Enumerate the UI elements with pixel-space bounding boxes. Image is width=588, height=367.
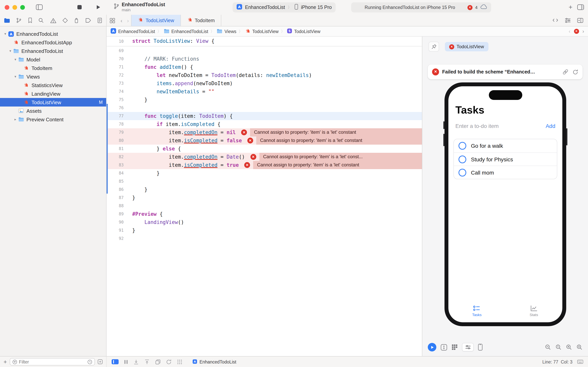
disclosure-triangle-icon[interactable]: ▾ — [12, 58, 18, 61]
issue-indicator-icon[interactable]: × — [574, 29, 579, 34]
diagnostics-button[interactable] — [562, 69, 569, 75]
inline-error-icon[interactable]: × — [247, 138, 253, 143]
code-line-79[interactable]: 79 item.completedOn = nil×Cannot assign … — [107, 128, 422, 136]
stop-button[interactable] — [77, 5, 82, 10]
code-line-77[interactable]: 77 func toggle(item: TodoItem) { — [107, 112, 422, 120]
todo-checkbox-circle-icon[interactable] — [459, 142, 466, 150]
breadcrumb-symbol[interactable]: STodoListView — [287, 28, 320, 34]
sidebar-item-enhancedtodolist[interactable]: ▾AEnhancedTodoList — [0, 30, 106, 38]
add-file-button[interactable]: + — [3, 359, 7, 365]
disclosure-triangle-icon[interactable]: ▸ — [12, 117, 18, 121]
zoom-actual-size-button[interactable] — [555, 344, 562, 350]
preview-screen[interactable]: Tasks Enter a to-do item Add Go for a wa… — [448, 86, 562, 322]
add-editor-button[interactable] — [577, 18, 583, 23]
code-line-75[interactable]: 75 } — [107, 96, 422, 104]
activity-view[interactable]: Running EnhancedTodoList on iPhone 15 Pr… — [351, 2, 491, 12]
code-line-72[interactable]: 72 let newToDoItem = TodoItem(details: n… — [107, 71, 422, 79]
add-todo-button[interactable]: Add — [546, 123, 555, 129]
minimize-window-icon[interactable] — [12, 5, 17, 10]
code-line-89[interactable]: 89#Preview { — [107, 210, 422, 218]
previous-issue-button[interactable]: ‹ — [569, 28, 571, 34]
code-line-83[interactable]: 83 item.isCompleted = true×Cannot assign… — [107, 161, 422, 169]
sidebar-item-todoitem[interactable]: TodoItem — [0, 64, 106, 72]
code-line-80[interactable]: 80 item.isCompleted = false×Cannot assig… — [107, 136, 422, 145]
duplicate-button[interactable] — [155, 359, 161, 365]
next-issue-button[interactable]: › — [582, 28, 584, 34]
preview-device-button[interactable] — [478, 344, 483, 351]
todo-row[interactable]: Go for a walk — [454, 139, 557, 152]
breadcrumb-project[interactable]: AEnhancedTodoList — [110, 28, 155, 35]
todo-checkbox-circle-icon[interactable] — [459, 168, 466, 176]
todo-row[interactable]: Call mom — [454, 166, 557, 179]
debug-location[interactable]: A EnhancedTodoList — [193, 359, 236, 365]
live-preview-button[interactable] — [428, 343, 436, 351]
inline-error-icon[interactable]: × — [244, 162, 250, 168]
zoom-out-button[interactable] — [545, 344, 551, 350]
keyboard-icon[interactable] — [577, 360, 583, 364]
toggle-left-sidebar-button[interactable] — [36, 4, 43, 10]
zoom-to-fit-button[interactable] — [576, 344, 583, 350]
code-line-81[interactable]: 81 } else { — [107, 145, 422, 153]
scheme-selector[interactable]: A EnhancedTodoList 〉 iPhone 15 Pro — [233, 2, 336, 12]
forward-button[interactable]: › — [125, 17, 131, 24]
sync-button[interactable] — [166, 359, 171, 365]
tab-todolistview[interactable]: TodoListView — [131, 15, 181, 26]
breakpoints-navigator-icon[interactable] — [85, 18, 91, 23]
back-button[interactable]: ‹ — [118, 17, 125, 24]
todo-row[interactable]: Study for Physics — [454, 152, 557, 166]
zoom-window-icon[interactable] — [20, 5, 25, 10]
new-tab-button[interactable]: + — [569, 3, 572, 11]
retry-build-button[interactable] — [572, 69, 578, 75]
bookmarks-navigator-icon[interactable] — [28, 17, 32, 23]
breadcrumb-group[interactable]: EnhancedTodoList — [164, 29, 208, 34]
pause-updates-button[interactable] — [124, 359, 128, 364]
selectable-mode-button[interactable] — [441, 344, 447, 350]
toggle-right-panel-button[interactable] — [577, 4, 584, 10]
variants-grid-button[interactable] — [452, 344, 458, 350]
sidebar-item-assets[interactable]: Assets — [0, 107, 106, 115]
debug-navigator-icon[interactable] — [74, 17, 79, 23]
sidebar-item-todolistview[interactable]: TodoListViewM — [0, 98, 106, 107]
run-button[interactable] — [96, 5, 101, 10]
related-items-icon[interactable] — [107, 18, 118, 23]
tests-navigator-icon[interactable] — [62, 17, 68, 23]
disclosure-triangle-icon[interactable]: ▾ — [7, 49, 13, 53]
canvas-toggle-button[interactable] — [112, 359, 119, 364]
code-line-87[interactable]: 87} — [107, 194, 422, 202]
source-control-navigator-icon[interactable] — [16, 17, 22, 23]
code-line-90[interactable]: 90 LandingView() — [107, 218, 422, 226]
sidebar-item-enhancedtodolistapp[interactable]: EnhancedTodoListApp — [0, 38, 106, 47]
disclosure-triangle-icon[interactable]: ▾ — [12, 75, 18, 79]
sidebar-item-statisticsview[interactable]: StatisticsView — [0, 81, 106, 89]
pin-preview-button[interactable] — [428, 42, 439, 52]
code-line-91[interactable]: 91} — [107, 226, 422, 234]
code-line-71[interactable]: 71 func addItem() { — [107, 63, 422, 71]
code-line-82[interactable]: 82 item.completedOn = Date()×Cannot assi… — [107, 153, 422, 161]
find-navigator-icon[interactable] — [38, 17, 44, 23]
sidebar-item-preview-content[interactable]: ▸Preview Content — [0, 115, 106, 124]
app-tab-tasks[interactable]: Tasks — [448, 305, 505, 317]
inline-error-icon[interactable]: × — [241, 129, 247, 135]
sidebar-item-landingview[interactable]: LandingView — [0, 89, 106, 98]
grid-options-button[interactable] — [177, 359, 182, 365]
todo-input-placeholder[interactable]: Enter a to-do item — [455, 123, 499, 129]
zoom-in-button[interactable] — [566, 344, 572, 350]
scm-filter-button[interactable] — [98, 359, 103, 364]
code-line-76[interactable]: 76 — [107, 104, 422, 112]
source-editor[interactable]: 10 struct TodoListView: View { 6970 // M… — [107, 37, 422, 356]
todo-checkbox-circle-icon[interactable] — [459, 155, 466, 163]
code-line-70[interactable]: 70 // MARK: Functions — [107, 55, 422, 63]
code-line-73[interactable]: 73 items.append(newToDoItem) — [107, 79, 422, 87]
sticky-declaration-line[interactable]: 10 struct TodoListView: View { — [107, 37, 422, 46]
code-line-69[interactable]: 69 — [107, 47, 422, 55]
disclosure-triangle-icon[interactable]: ▾ — [2, 32, 8, 36]
code-line-84[interactable]: 84 } — [107, 169, 422, 177]
code-line-88[interactable]: 88 — [107, 202, 422, 210]
filter-field[interactable] — [10, 358, 95, 366]
filter-input[interactable] — [19, 359, 85, 364]
code-review-button[interactable] — [552, 18, 558, 23]
scm-branch-info[interactable]: EnhancedTodoList main — [114, 2, 165, 12]
app-tab-stats[interactable]: Stats — [505, 305, 562, 317]
code-line-85[interactable]: 85 — [107, 177, 422, 185]
preview-tab[interactable]: × TodoListView — [445, 42, 488, 51]
